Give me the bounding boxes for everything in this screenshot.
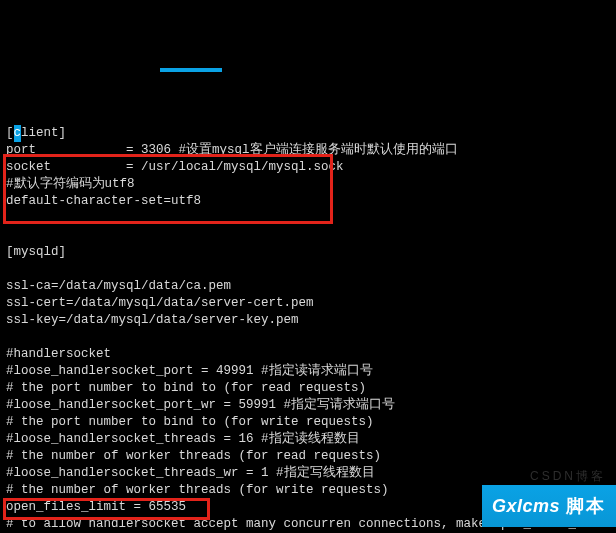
- cfg-line: ssl-key=/data/mysql/data/server-key.pem: [6, 313, 299, 327]
- faint-source-text: CSDN博客: [530, 468, 606, 485]
- cfg-line: # the port number to bind to (for read r…: [6, 381, 366, 395]
- cfg-line: # the port number to bind to (for write …: [6, 415, 374, 429]
- cfg-line: #handlersocket: [6, 347, 111, 361]
- watermark-script: 脚本: [566, 498, 606, 515]
- watermark-badge: Gxlcms 脚本: [482, 485, 616, 527]
- line-1-rest: lient]: [21, 126, 66, 140]
- cursor-char: c: [14, 125, 22, 142]
- window-titlebar: [0, 68, 616, 74]
- cfg-line: port = 3306 #设置mysql客户端连接服务端时默认使用的端口: [6, 143, 458, 157]
- bracket-open: [: [6, 126, 14, 140]
- cfg-line: #loose_handlersocket_port = 49991 #指定读请求…: [6, 364, 373, 378]
- titlebar-accent: [160, 68, 222, 72]
- cfg-line: # the number of worker threads (for read…: [6, 449, 381, 463]
- cfg-line: default-character-set=utf8: [6, 194, 201, 208]
- cfg-line: #loose_handlersocket_threads = 16 #指定读线程…: [6, 432, 360, 446]
- cfg-line: ssl-cert=/data/mysql/data/server-cert.pe…: [6, 296, 314, 310]
- terminal-content[interactable]: [client] port = 3306 #设置mysql客户端连接服务端时默认…: [0, 108, 616, 533]
- cfg-line: #loose_handlersocket_port_wr = 59991 #指定…: [6, 398, 395, 412]
- watermark-brand: Gxlcms: [492, 498, 560, 515]
- cfg-line: # the number of worker threads (for writ…: [6, 483, 389, 497]
- cfg-line: #默认字符编码为utf8: [6, 177, 135, 191]
- cfg-line: [mysqld]: [6, 245, 66, 259]
- cfg-line: socket = /usr/local/mysql/mysql.sock: [6, 160, 344, 174]
- cfg-line: ssl-ca=/data/mysql/data/ca.pem: [6, 279, 231, 293]
- cfg-line: open_files_limit = 65535: [6, 500, 186, 514]
- cfg-line: #loose_handlersocket_threads_wr = 1 #指定写…: [6, 466, 375, 480]
